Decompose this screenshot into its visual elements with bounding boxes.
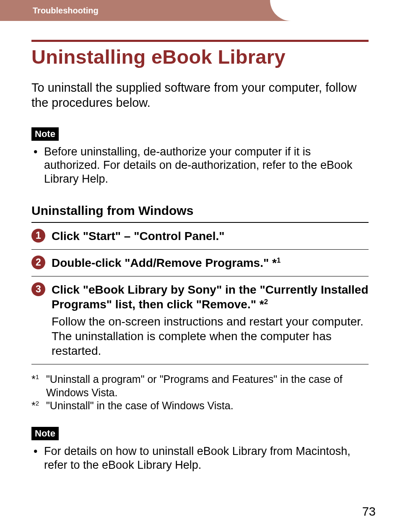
- step-number-badge: 2: [31, 256, 45, 269]
- header-curve: [270, 0, 400, 21]
- steps: 1Click "Start" – "Control Panel."2Double…: [31, 229, 369, 364]
- note-label: Note: [31, 427, 59, 440]
- note-item: Before uninstalling, de-authorize your c…: [31, 145, 369, 186]
- page: Troubleshooting Uninstalling eBook Libra…: [0, 0, 400, 532]
- step: 2Double-click "Add/Remove Programs." *1: [31, 256, 369, 276]
- step: 1Click "Start" – "Control Panel.": [31, 229, 369, 250]
- subheading: Uninstalling from Windows: [31, 204, 369, 218]
- footnotes: *1"Uninstall a program" or "Programs and…: [31, 373, 369, 412]
- footnote-text: "Uninstall a program" or "Programs and F…: [46, 373, 369, 399]
- footnote: *2"Uninstall" in the case of Windows Vis…: [31, 399, 369, 412]
- note-label: Note: [31, 127, 59, 141]
- step-body: Follow the on-screen instructions and re…: [52, 314, 369, 358]
- footnote-ref: 1: [277, 256, 281, 264]
- step-heading: Click "eBook Library by Sony" in the "Cu…: [52, 282, 369, 312]
- intro-text: To uninstall the supplied software from …: [31, 80, 369, 111]
- page-title: Uninstalling eBook Library: [31, 45, 369, 68]
- note-list-2: For details on how to uninstall eBook Li…: [31, 444, 369, 472]
- note-list-1: Before uninstalling, de-authorize your c…: [31, 145, 369, 186]
- footnote-ref: 2: [264, 298, 268, 306]
- breadcrumb: Troubleshooting: [33, 6, 99, 15]
- page-number: 73: [362, 505, 376, 519]
- step: 3Click "eBook Library by Sony" in the "C…: [31, 282, 369, 364]
- steps-top-rule: [31, 222, 369, 223]
- footnote-text: "Uninstall" in the case of Windows Vista…: [46, 399, 234, 412]
- step-number-badge: 1: [31, 229, 45, 243]
- step-heading: Click "Start" – "Control Panel.": [52, 229, 369, 243]
- title-rule: [31, 40, 369, 42]
- header-bar: Troubleshooting: [0, 0, 400, 21]
- footnote: *1"Uninstall a program" or "Programs and…: [31, 373, 369, 399]
- step-heading: Double-click "Add/Remove Programs." *1: [52, 256, 369, 270]
- step-number-badge: 3: [31, 282, 45, 296]
- note-item: For details on how to uninstall eBook Li…: [31, 444, 369, 472]
- content: Uninstalling eBook Library To uninstall …: [0, 21, 400, 472]
- footnote-marker: *1: [31, 373, 46, 399]
- footnote-marker: *2: [31, 399, 46, 412]
